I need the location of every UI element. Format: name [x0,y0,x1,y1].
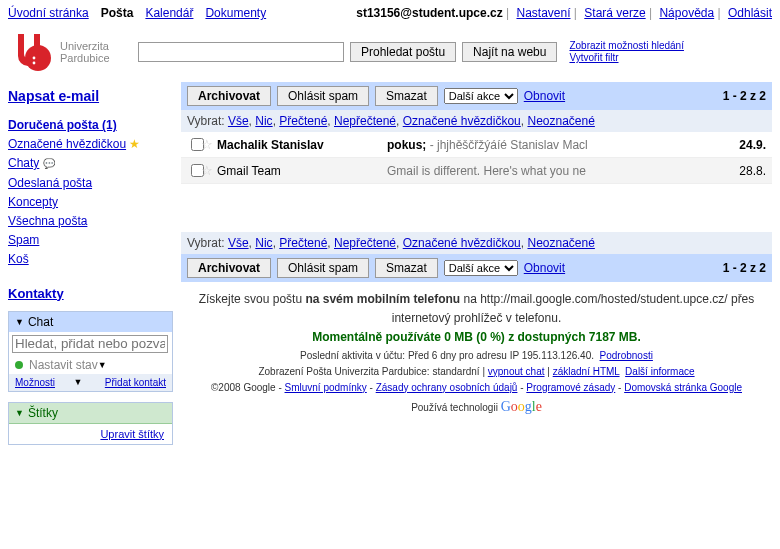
labels-title: Štítky [28,406,58,420]
privacy[interactable]: Zásady ochrany osobních údajů [376,382,518,393]
chevron-down-icon[interactable]: ▼ [98,360,107,370]
nav-oldversion[interactable]: Stará verze [584,6,645,20]
select-none[interactable]: Nic [255,114,272,128]
nav-docs[interactable]: Dokumenty [205,6,266,20]
message-row[interactable]: ☆Gmail TeamGmail is different. Here's wh… [181,158,772,184]
chevron-down-icon[interactable]: ▼ [15,317,24,327]
row-from: Gmail Team [217,164,387,178]
google-logo-icon: Google [501,396,542,418]
select-unread[interactable]: Nepřečtené [334,114,396,128]
chat-widget: ▼Chat Nastavit stav ▼ Možnosti▼ Přidat k… [8,311,173,392]
sidebar-starred[interactable]: Označené hvězdičkou [8,137,126,151]
row-date: 24.9. [722,138,766,152]
message-row[interactable]: ☆Machalik Stanislavpokus; - jhjhěščřžýáí… [181,132,772,158]
select-row-top: Vybrat: Vše, Nic, Přečtené, Nepřečtené, … [181,110,772,132]
report-spam-button[interactable]: Ohlásit spam [277,86,369,106]
sidebar-chats[interactable]: Chaty [8,156,39,170]
sidebar-contacts[interactable]: Kontakty [8,286,64,301]
report-spam-button[interactable]: Ohlásit spam [277,258,369,278]
user-email: st13156@student.upce.cz [356,6,502,20]
more-info[interactable]: Další informace [625,366,694,377]
search-input[interactable] [138,42,344,62]
chat-bubble-icon: 💬 [43,158,55,169]
edit-labels[interactable]: Upravit štítky [100,428,164,440]
chat-add-contact[interactable]: Přidat kontakt [105,377,166,388]
star-icon[interactable]: ☆ [201,163,217,178]
sidebar-trash[interactable]: Koš [8,252,29,266]
refresh-link[interactable]: Obnovit [524,89,565,103]
archive-button[interactable]: Archivovat [187,258,271,278]
footer: Získejte svou poštu na svém mobilním tel… [181,282,772,426]
select-starred[interactable]: Označené hvězdičkou [403,114,521,128]
activity-details[interactable]: Podrobnosti [600,350,653,361]
row-date: 28.8. [722,164,766,178]
program-policies[interactable]: Programové zásady [526,382,615,393]
status-dot-icon [15,361,23,369]
sidebar-sent[interactable]: Odeslaná pošta [8,176,92,190]
refresh-link[interactable]: Obnovit [524,261,565,275]
terms[interactable]: Smluvní podmínky [285,382,367,393]
more-actions-select[interactable]: Další akce [444,260,518,276]
star-icon[interactable]: ☆ [201,137,217,152]
turn-off-chat[interactable]: vypnout chat [488,366,545,377]
star-icon: ★ [129,137,140,151]
row-from: Machalik Stanislav [217,138,387,152]
more-actions-select[interactable]: Další akce [444,88,518,104]
select-all[interactable]: Vše [228,114,249,128]
google-home[interactable]: Domovská stránka Google [624,382,742,393]
chat-title: Chat [28,315,53,329]
delete-button[interactable]: Smazat [375,86,438,106]
select-starred[interactable]: Označené hvězdičkou [403,236,521,250]
create-filter[interactable]: Vytvořit filtr [569,52,618,63]
nav-logout[interactable]: Odhlásit [728,6,772,20]
nav-calendar[interactable]: Kalendář [145,6,193,20]
sidebar-spam[interactable]: Spam [8,233,39,247]
compose-button[interactable]: Napsat e-mail [8,88,173,104]
search-mail-button[interactable]: Prohledat poštu [350,42,456,62]
quota-text: Momentálně používáte 0 MB (0 %) z dostup… [189,328,764,347]
row-subject: pokus; - jhjhěščřžýáíé Stanislav Macl [387,138,722,152]
select-row-bottom: Vybrat: Vše, Nic, Přečtené, Nepřečtené, … [181,232,772,254]
archive-button[interactable]: Archivovat [187,86,271,106]
select-unstarred[interactable]: Neoznačené [527,114,594,128]
select-read[interactable]: Přečtené [279,236,327,250]
delete-button[interactable]: Smazat [375,258,438,278]
select-all[interactable]: Vše [228,236,249,250]
chat-options[interactable]: Možnosti [15,377,55,388]
row-subject: Gmail is different. Here's what you ne [387,164,722,178]
logo: UniverzitaPardubice [8,28,138,76]
bottom-toolbar: Archivovat Ohlásit spam Smazat Další akc… [181,254,772,282]
chat-search-input[interactable] [12,335,168,353]
svg-point-2 [33,62,36,65]
select-unread[interactable]: Nepřečtené [334,236,396,250]
sidebar-all[interactable]: Všechna pošta [8,214,87,228]
nav-mail[interactable]: Pošta [101,6,134,20]
nav-home[interactable]: Úvodní stránka [8,6,89,20]
select-read[interactable]: Přečtené [279,114,327,128]
labels-widget: ▼Štítky Upravit štítky [8,402,173,445]
sidebar-inbox[interactable]: Doručená pošta (1) [8,118,117,132]
basic-html[interactable]: základní HTML [553,366,620,377]
search-web-button[interactable]: Najít na webu [462,42,557,62]
select-unstarred[interactable]: Neoznačené [527,236,594,250]
svg-point-1 [33,57,36,60]
nav-help[interactable]: Nápověda [659,6,714,20]
range-label: 1 - 2 z 2 [723,89,766,103]
nav-settings[interactable]: Nastavení [516,6,570,20]
chat-set-status[interactable]: Nastavit stav [29,358,98,372]
sidebar-drafts[interactable]: Koncepty [8,195,58,209]
top-toolbar: Archivovat Ohlásit spam Smazat Další akc… [181,82,772,110]
show-search-options[interactable]: Zobrazit možnosti hledání [569,40,684,51]
chevron-down-icon[interactable]: ▼ [15,408,24,418]
university-logo-icon [8,28,56,76]
select-none[interactable]: Nic [255,236,272,250]
message-list: ☆Machalik Stanislavpokus; - jhjhěščřžýáí… [181,132,772,232]
range-label: 1 - 2 z 2 [723,261,766,275]
